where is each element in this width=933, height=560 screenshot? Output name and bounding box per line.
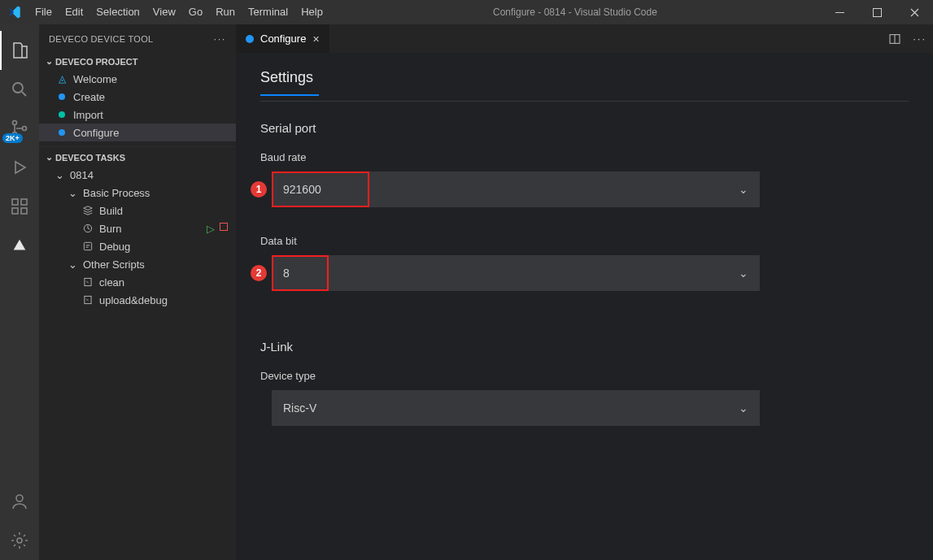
select-value: 8	[283, 267, 290, 280]
project-tree: ◬ Welcome Create Import Configure	[39, 70, 236, 146]
task-clean[interactable]: clean	[39, 273, 236, 291]
window-title: Configure - 0814 - Visual Studio Code	[329, 7, 821, 18]
settings-panel[interactable]: Settings Serial port Baud rate 1 921600 …	[236, 53, 933, 560]
menu-view[interactable]: View	[146, 0, 182, 24]
device-type-label: Device type	[260, 370, 909, 382]
tree-label: Import	[73, 109, 103, 121]
sidebar-item-configure[interactable]: Configure	[39, 124, 236, 141]
minimize-button[interactable]	[821, 0, 858, 24]
baud-rate-label: Baud rate	[260, 151, 909, 163]
tree-label: Basic Process	[83, 187, 150, 199]
vscode-logo-icon	[0, 5, 28, 20]
section-jlink: J-Link	[260, 340, 909, 354]
svg-point-5	[23, 127, 27, 131]
svg-point-11	[17, 538, 22, 543]
tasks-tree: ⌄ 0814 ⌄ Basic Process Build Burn ▷	[39, 166, 236, 314]
build-icon	[81, 204, 94, 217]
menu-bar: File Edit Selection View Go Run Terminal…	[28, 0, 329, 24]
extensions-icon[interactable]	[0, 187, 39, 226]
sidebar-item-import[interactable]: Import	[39, 106, 236, 124]
accounts-icon[interactable]	[0, 482, 39, 521]
highlight-box	[272, 255, 329, 291]
title-bar: File Edit Selection View Go Run Terminal…	[0, 0, 933, 24]
deveco-icon[interactable]	[0, 226, 39, 265]
svg-rect-1	[873, 8, 881, 16]
explorer-icon[interactable]	[0, 31, 39, 70]
activity-bar: 2K+	[0, 24, 39, 560]
script-icon	[81, 276, 94, 289]
menu-go[interactable]: Go	[182, 0, 209, 24]
task-root[interactable]: ⌄ 0814	[39, 166, 236, 184]
baud-rate-select[interactable]: 921600 ⌄	[272, 171, 760, 207]
import-icon	[55, 108, 68, 121]
divider	[260, 101, 909, 102]
svg-rect-6	[12, 199, 18, 205]
section-deveco-tasks[interactable]: ⌄ DEVECO TASKS	[39, 146, 236, 166]
sidebar-item-create[interactable]: Create	[39, 88, 236, 106]
tree-label: 0814	[70, 169, 94, 181]
tab-dot-icon	[246, 35, 254, 43]
tab-bar: Configure × ···	[236, 24, 933, 53]
svg-rect-14	[85, 278, 91, 285]
run-icon[interactable]: ▷	[207, 223, 215, 235]
task-debug[interactable]: Debug	[39, 237, 236, 255]
menu-selection[interactable]: Selection	[89, 0, 146, 24]
chevron-down-icon: ⌄	[68, 258, 78, 271]
device-type-select[interactable]: Risc-V ⌄	[272, 390, 760, 426]
menu-file[interactable]: File	[28, 0, 59, 24]
more-icon[interactable]: ···	[913, 33, 926, 45]
create-icon	[55, 90, 68, 103]
script-icon	[81, 293, 94, 306]
task-group-other[interactable]: ⌄ Other Scripts	[39, 255, 236, 273]
tab-label: Configure	[260, 33, 306, 45]
menu-run[interactable]: Run	[209, 0, 242, 24]
search-icon[interactable]	[0, 70, 39, 109]
section-serial-port: Serial port	[260, 121, 909, 135]
section-deveco-project[interactable]: ⌄ DEVECO PROJECT	[39, 53, 236, 70]
select-value: 921600	[283, 183, 321, 196]
svg-rect-15	[85, 296, 91, 303]
chevron-down-icon: ⌄	[739, 267, 748, 280]
burn-icon	[81, 222, 94, 235]
tree-label: Welcome	[73, 73, 117, 85]
svg-rect-8	[21, 208, 27, 214]
sidebar-header: DEVECO DEVICE TOOL ···	[39, 24, 236, 53]
close-icon[interactable]: ×	[312, 33, 319, 46]
task-build[interactable]: Build	[39, 202, 236, 219]
chevron-down-icon: ⌄	[42, 152, 55, 163]
tree-label: upload&debug	[99, 294, 168, 306]
tab-configure[interactable]: Configure ×	[236, 24, 330, 53]
task-burn[interactable]: Burn ▷	[39, 219, 236, 237]
run-debug-icon[interactable]	[0, 148, 39, 187]
chevron-down-icon: ⌄	[42, 56, 55, 67]
tree-label: Debug	[99, 241, 130, 253]
sidebar-more-icon[interactable]: ···	[214, 34, 226, 44]
stop-icon[interactable]	[220, 223, 228, 231]
select-value: Risc-V	[283, 402, 316, 415]
split-editor-icon[interactable]	[888, 33, 901, 46]
task-group-basic[interactable]: ⌄ Basic Process	[39, 184, 236, 202]
annotation-badge-1: 1	[251, 181, 267, 198]
annotation-badge-2: 2	[251, 265, 267, 281]
editor-group: Configure × ··· Settings Serial port Bau…	[236, 24, 933, 560]
title-underline	[260, 94, 319, 96]
window-controls	[821, 0, 933, 24]
welcome-icon: ◬	[55, 72, 68, 85]
task-upload-debug[interactable]: upload&debug	[39, 291, 236, 309]
settings-gear-icon[interactable]	[0, 521, 39, 560]
chevron-down-icon: ⌄	[68, 187, 78, 199]
maximize-button[interactable]	[858, 0, 896, 24]
menu-edit[interactable]: Edit	[59, 0, 89, 24]
sidebar-item-welcome[interactable]: ◬ Welcome	[39, 70, 236, 88]
chevron-down-icon: ⌄	[739, 183, 748, 196]
chevron-down-icon: ⌄	[55, 169, 65, 181]
configure-icon	[55, 126, 68, 139]
menu-help[interactable]: Help	[294, 0, 329, 24]
data-bit-select[interactable]: 8 ⌄	[272, 255, 760, 291]
data-bit-label: Data bit	[260, 235, 909, 247]
close-button[interactable]	[896, 0, 933, 24]
menu-terminal[interactable]: Terminal	[242, 0, 294, 24]
page-title: Settings	[260, 63, 909, 94]
svg-rect-13	[84, 242, 91, 250]
source-control-icon[interactable]: 2K+	[0, 109, 39, 148]
